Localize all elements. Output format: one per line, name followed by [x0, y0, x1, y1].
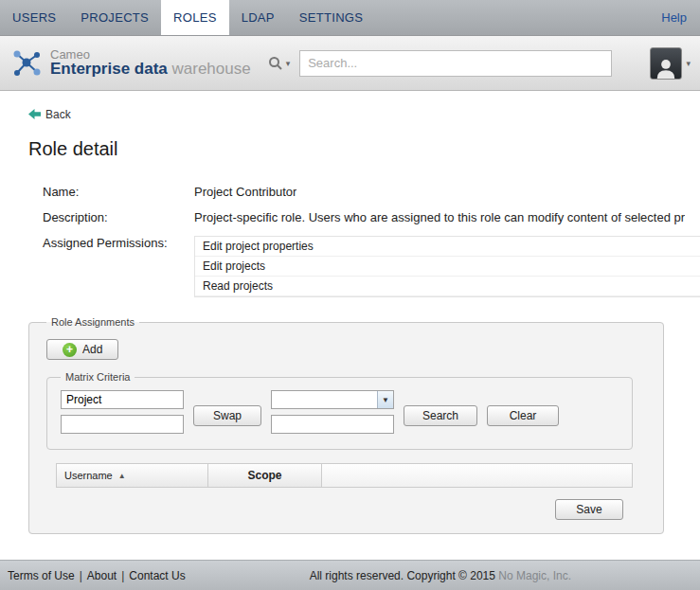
app-header: Cameo Enterprise data warehouse ▾ ▾ — [0, 36, 700, 91]
brand-text: Cameo Enterprise data warehouse — [50, 48, 251, 78]
name-value: Project Contributor — [194, 185, 296, 199]
role-assignments-section: Role Assignments + Add Matrix Criteria S… — [28, 316, 664, 534]
search-scope-control[interactable]: ▾ — [268, 56, 291, 71]
search-options-chevron-icon: ▾ — [286, 59, 291, 68]
column-header-scope[interactable]: Scope — [208, 464, 322, 487]
tab-settings[interactable]: SETTINGS — [287, 0, 375, 35]
main-content: Back Role detail Name: Project Contribut… — [0, 91, 700, 534]
permission-item[interactable]: Edit project properties — [195, 237, 700, 257]
search-input[interactable] — [299, 50, 612, 77]
matrix-criteria-section: Matrix Criteria Swap ▼ Search Clear — [46, 371, 633, 450]
brand-product: Enterprise data warehouse — [50, 61, 251, 78]
role-assignments-legend: Role Assignments — [46, 316, 139, 328]
cameo-logo-icon — [9, 47, 44, 80]
company-name: No Magic, Inc. — [498, 569, 571, 582]
tab-roles[interactable]: ROLES — [161, 0, 229, 35]
criteria-right-column: ▼ — [271, 390, 394, 434]
permissions-label: Assigned Permissions: — [43, 236, 194, 250]
swap-button[interactable]: Swap — [193, 405, 261, 426]
copyright-text: All rights reserved. Copyright © 2015 No… — [310, 569, 571, 582]
clear-button[interactable]: Clear — [487, 405, 559, 426]
footer-separator: | — [121, 569, 124, 582]
description-label: Description: — [43, 210, 194, 224]
user-menu-chevron-icon: ▾ — [686, 59, 691, 68]
criteria-input-3[interactable] — [271, 415, 394, 434]
about-link[interactable]: About — [87, 569, 117, 582]
name-label: Name: — [43, 185, 194, 199]
footer-separator: | — [80, 569, 82, 582]
brand-name: Cameo — [50, 48, 251, 62]
help-link[interactable]: Help — [648, 0, 700, 35]
add-button[interactable]: + Add — [46, 339, 118, 360]
assignments-table-header: Username ▲ Scope — [56, 463, 633, 488]
name-row: Name: Project Contributor — [43, 185, 700, 199]
tab-ldap[interactable]: LDAP — [229, 0, 287, 35]
criteria-left-column — [61, 390, 184, 434]
back-arrow-icon — [28, 109, 41, 119]
permission-item[interactable]: Read projects — [195, 277, 700, 296]
permission-item[interactable]: Edit projects — [195, 257, 700, 277]
criteria-select[interactable]: ▼ — [271, 390, 394, 409]
terms-of-use-link[interactable]: Terms of Use — [8, 569, 75, 582]
back-label: Back — [45, 108, 71, 121]
brand-logo: Cameo Enterprise data warehouse — [9, 47, 251, 80]
permissions-list: Edit project properties Edit projects Re… — [194, 236, 700, 297]
top-nav: USERS PROJECTS ROLES LDAP SETTINGS Help — [0, 0, 700, 36]
sort-asc-icon: ▲ — [118, 472, 126, 480]
contact-us-link[interactable]: Contact Us — [129, 569, 185, 582]
description-row: Description: Project-specific role. User… — [43, 210, 700, 224]
tab-projects[interactable]: PROJECTS — [68, 0, 161, 35]
add-button-label: Add — [82, 343, 102, 356]
user-silhouette-icon — [655, 58, 677, 79]
page-title: Role detail — [28, 138, 700, 160]
column-header-username[interactable]: Username ▲ — [57, 464, 208, 487]
brand-product-light: warehouse — [172, 60, 251, 78]
save-button[interactable]: Save — [555, 499, 623, 520]
footer: Terms of Use | About | Contact Us All ri… — [0, 560, 700, 590]
search-button[interactable]: Search — [404, 405, 477, 426]
username-column-label: Username — [64, 470, 113, 481]
save-row: Save — [46, 499, 646, 520]
avatar[interactable] — [650, 47, 682, 80]
back-link[interactable]: Back — [28, 108, 71, 121]
tab-users[interactable]: USERS — [0, 0, 68, 35]
matrix-criteria-grid: Swap ▼ Search Clear — [61, 390, 619, 434]
description-value: Project-specific role. Users who are ass… — [194, 210, 685, 224]
criteria-input-1[interactable] — [61, 390, 184, 409]
column-header-filler — [322, 464, 632, 487]
matrix-criteria-legend: Matrix Criteria — [61, 371, 135, 383]
brand-product-bold: Enterprise data — [50, 60, 168, 78]
search-icon — [268, 56, 283, 71]
criteria-input-2[interactable] — [61, 415, 184, 434]
select-dropdown-icon[interactable]: ▼ — [377, 391, 393, 408]
add-plus-icon: + — [63, 343, 77, 357]
user-menu[interactable]: ▾ — [650, 47, 691, 80]
copyright-main: All rights reserved. Copyright © 2015 — [310, 569, 499, 582]
permissions-row: Assigned Permissions: Edit project prope… — [43, 236, 700, 297]
